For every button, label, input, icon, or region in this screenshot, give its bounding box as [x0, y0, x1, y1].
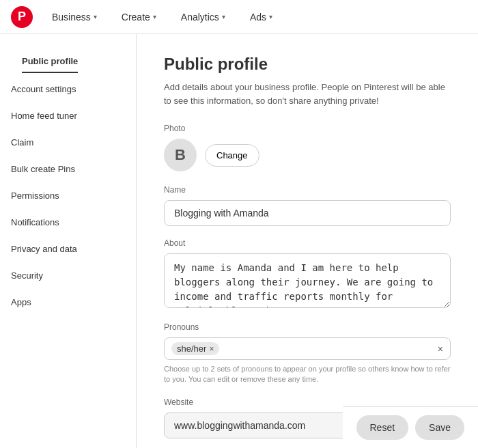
name-label: Name	[164, 185, 451, 195]
sidebar-item-permissions-wrapper: Permissions	[0, 182, 136, 209]
reset-button[interactable]: Reset	[356, 415, 409, 440]
sidebar-item-privacy-and-data[interactable]: Privacy and data	[0, 238, 136, 260]
sidebar-item-home-feed-tuner-wrapper: Home feed tuner	[0, 102, 136, 129]
nav-business[interactable]: Business ▾	[46, 9, 102, 25]
about-textarea[interactable]: My name is Amanda and I am here to help …	[164, 253, 451, 308]
photo-row: B Change	[164, 139, 451, 171]
sidebar-item-security-wrapper: Security	[0, 262, 136, 289]
pronoun-tag-remove-icon[interactable]: ×	[209, 344, 214, 354]
sidebar-item-public-profile-wrapper: Public profile	[0, 48, 136, 76]
pronouns-hint: Choose up to 2 sets of pronouns to appea…	[164, 364, 451, 385]
sidebar-item-public-profile[interactable]: Public profile	[22, 51, 78, 73]
chevron-down-icon: ▾	[269, 13, 272, 20]
sidebar-item-privacy-and-data-wrapper: Privacy and data	[0, 236, 136, 262]
sidebar-item-claim[interactable]: Claim	[0, 132, 136, 153]
avatar: B	[164, 139, 197, 171]
sidebar-item-notifications[interactable]: Notifications	[0, 212, 136, 233]
photo-section: Photo B Change	[164, 124, 451, 171]
pronoun-tag: she/her ×	[171, 342, 219, 355]
sidebar-item-account-settings-wrapper: Account settings	[0, 76, 136, 102]
about-label: About	[164, 238, 451, 248]
pronouns-section: Pronouns she/her × × Choose up to 2 sets…	[164, 322, 451, 385]
chevron-down-icon: ▾	[153, 13, 156, 20]
sidebar-item-apps-wrapper: Apps	[0, 289, 136, 316]
change-photo-button[interactable]: Change	[205, 144, 259, 167]
main-content: Public profile Add details about your bu…	[137, 34, 478, 448]
chevron-down-icon: ▾	[94, 13, 97, 20]
sidebar-item-bulk-create-pins[interactable]: Bulk create Pins	[0, 158, 136, 180]
page-layout: Public profile Account settings Home fee…	[0, 34, 478, 448]
nav-create[interactable]: Create ▾	[116, 9, 162, 25]
pronoun-tag-text: she/her	[177, 344, 206, 354]
sidebar-item-account-settings[interactable]: Account settings	[0, 79, 136, 100]
about-section: About My name is Amanda and I am here to…	[164, 238, 451, 310]
pronouns-label: Pronouns	[164, 322, 451, 332]
chevron-down-icon: ▾	[222, 13, 225, 20]
sidebar-item-permissions[interactable]: Permissions	[0, 185, 136, 206]
sidebar-item-apps[interactable]: Apps	[0, 292, 136, 313]
nav-ads[interactable]: Ads ▾	[244, 9, 278, 25]
page-description: Add details about your business profile.…	[164, 81, 451, 107]
pronouns-clear-icon[interactable]: ×	[438, 344, 443, 354]
bottom-bar: Reset Save	[343, 406, 479, 448]
top-nav: P Business ▾ Create ▾ Analytics ▾ Ads ▾	[0, 0, 478, 34]
sidebar-item-security[interactable]: Security	[0, 265, 136, 286]
page-title: Public profile	[164, 55, 451, 74]
sidebar-item-home-feed-tuner[interactable]: Home feed tuner	[0, 105, 136, 126]
sidebar-item-bulk-create-pins-wrapper: Bulk create Pins	[0, 156, 136, 182]
website-label: Website	[164, 397, 451, 407]
sidebar: Public profile Account settings Home fee…	[0, 34, 137, 448]
pinterest-logo[interactable]: P	[11, 6, 33, 28]
nav-analytics[interactable]: Analytics ▾	[175, 9, 231, 25]
save-button[interactable]: Save	[415, 415, 464, 440]
pronouns-container[interactable]: she/her × ×	[164, 337, 451, 360]
photo-label: Photo	[164, 124, 451, 133]
name-input[interactable]	[164, 200, 451, 226]
sidebar-item-notifications-wrapper: Notifications	[0, 209, 136, 236]
sidebar-item-claim-wrapper: Claim	[0, 129, 136, 156]
name-section: Name	[164, 185, 451, 226]
